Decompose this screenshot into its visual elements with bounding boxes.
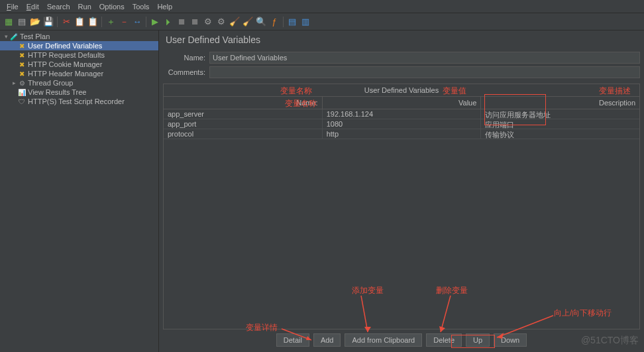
table-row[interactable]: protocol http 传输协议 xyxy=(164,129,639,139)
comments-label: Comments: xyxy=(163,68,209,76)
tree-label: HTTP Request Defaults xyxy=(28,51,105,59)
cut-icon[interactable]: ✂ xyxy=(60,16,72,28)
cell-name[interactable]: app_port xyxy=(164,119,323,129)
search-icon[interactable]: 🔍 xyxy=(255,16,267,28)
table-body: app_server 192.168.1.124 访问应用服务器地址 app_p… xyxy=(164,109,639,329)
button-bar: Detail Add Add from Clipboard Delete Up … xyxy=(163,329,640,348)
main-panel: User Defined Variables Name: Comments: U… xyxy=(159,30,644,352)
copy-icon[interactable]: 📋 xyxy=(74,16,85,28)
tree-label: Thread Group xyxy=(28,79,73,87)
wrench-icon: ✖ xyxy=(17,70,27,78)
add-from-clipboard-button[interactable]: Add from Clipboard xyxy=(345,333,422,347)
table-row[interactable]: app_port 1080 应用端口 xyxy=(164,119,639,129)
th-value[interactable]: Value xyxy=(323,97,482,109)
clear-all-icon[interactable]: 🧹 xyxy=(242,16,254,28)
cell-desc[interactable]: 传输协议 xyxy=(481,129,639,139)
tree-item-test-script-recorder[interactable]: 🛡 HTTP(S) Test Script Recorder xyxy=(0,97,158,106)
tree-item-http-request-defaults[interactable]: ✖ HTTP Request Defaults xyxy=(0,50,158,60)
separator xyxy=(57,17,58,27)
start-icon[interactable]: ▶ xyxy=(149,16,161,28)
tree-item-http-cookie-manager[interactable]: ✖ HTTP Cookie Manager xyxy=(0,60,158,69)
tree-label: View Results Tree xyxy=(28,88,86,96)
page-title: User Defined Variables xyxy=(163,34,640,45)
chevron-right-icon[interactable]: ▸ xyxy=(11,80,17,86)
menu-options[interactable]: Options xyxy=(95,1,129,12)
menubar: FFileile Edit Search Run Options Tools H… xyxy=(0,0,644,13)
comments-row: Comments: xyxy=(163,66,640,78)
minus-icon[interactable]: － xyxy=(118,16,130,28)
shutdown-icon[interactable]: ⏹ xyxy=(189,16,201,28)
gear-stop-icon[interactable]: ⚙ xyxy=(215,16,227,28)
separator xyxy=(146,17,146,27)
toolbar: ▦ ▤ 📂 💾 ✂ 📋 📋 ＋ － ↔ ▶ ⏵ ⏹ ⏹ ⚙ ⚙ 🧹 🧹 🔍 ƒ … xyxy=(0,13,644,30)
gear-icon: ⚙ xyxy=(17,79,27,87)
templates-icon[interactable]: ▤ xyxy=(16,16,28,28)
menu-search[interactable]: Search xyxy=(43,1,74,12)
cell-desc[interactable]: 应用端口 xyxy=(481,119,639,129)
tree-item-thread-group[interactable]: ▸ ⚙ Thread Group xyxy=(0,78,158,88)
delete-button[interactable]: Delete xyxy=(426,333,462,347)
separator xyxy=(283,17,284,27)
start-no-timers-icon[interactable]: ⏵ xyxy=(162,16,174,28)
chart-icon: 📊 xyxy=(17,88,27,96)
separator xyxy=(101,17,102,27)
tree-item-view-results-tree[interactable]: 📊 View Results Tree xyxy=(0,88,158,97)
save-icon[interactable]: 💾 xyxy=(42,16,54,28)
stop-icon[interactable]: ⏹ xyxy=(176,16,188,28)
down-button[interactable]: Down xyxy=(494,333,527,347)
clear-icon[interactable]: 🧹 xyxy=(229,16,241,28)
cell-name[interactable]: protocol xyxy=(164,129,323,139)
gear-icon[interactable]: ⚙ xyxy=(202,16,214,28)
detail-button[interactable]: Detail xyxy=(276,333,309,347)
content-area: ▾ 🧪 Test Plan ✖ User Defined Variables ✖… xyxy=(0,30,644,352)
table-caption: User Defined Variables xyxy=(164,84,639,97)
tree-label: HTTP(S) Test Script Recorder xyxy=(28,97,125,105)
comments-input[interactable] xyxy=(209,66,640,78)
up-button[interactable]: Up xyxy=(466,333,490,347)
wrench-icon: ✖ xyxy=(17,60,27,68)
cell-value[interactable]: http xyxy=(323,129,482,139)
variables-table: User Defined Variables Name: 变量名称 Value … xyxy=(163,84,640,329)
tree-label: Test Plan xyxy=(20,32,50,40)
wrench-icon: ✖ xyxy=(17,42,27,50)
open-icon[interactable]: 📂 xyxy=(29,16,41,28)
toggle-icon[interactable]: ↔ xyxy=(131,16,143,28)
menu-file[interactable]: FFileile xyxy=(3,1,23,12)
tree-root[interactable]: ▾ 🧪 Test Plan xyxy=(0,32,158,41)
cell-value[interactable]: 192.168.1.124 xyxy=(323,109,482,119)
cell-value[interactable]: 1080 xyxy=(323,119,482,129)
template-icon[interactable]: ▥ xyxy=(299,16,311,28)
tree-label: User Defined Variables xyxy=(28,42,102,50)
th-name[interactable]: Name: 变量名称 xyxy=(164,97,323,109)
cell-name[interactable]: app_server xyxy=(164,109,323,119)
add-button[interactable]: Add xyxy=(313,333,341,347)
plus-icon[interactable]: ＋ xyxy=(105,16,117,28)
paste-icon[interactable]: 📋 xyxy=(87,16,99,28)
help-icon[interactable]: ▤ xyxy=(286,16,298,28)
cell-desc[interactable]: 访问应用服务器地址 xyxy=(481,109,639,119)
name-input[interactable] xyxy=(209,52,640,64)
table-header: Name: 变量名称 Value Description xyxy=(164,97,639,109)
menu-help[interactable]: Help xyxy=(153,1,176,12)
wrench-icon: ✖ xyxy=(17,51,27,59)
function-icon[interactable]: ƒ xyxy=(268,16,280,28)
watermark: @51CTO博客 xyxy=(581,335,639,347)
tree-item-user-defined-variables[interactable]: ✖ User Defined Variables xyxy=(0,41,158,50)
flask-icon: 🧪 xyxy=(9,32,19,40)
menu-run[interactable]: Run xyxy=(74,1,95,12)
tree-label: HTTP Cookie Manager xyxy=(28,60,102,68)
chevron-down-icon[interactable]: ▾ xyxy=(3,33,9,40)
new-icon[interactable]: ▦ xyxy=(3,16,15,28)
th-description[interactable]: Description xyxy=(481,97,639,109)
shield-icon: 🛡 xyxy=(17,97,27,105)
table-row[interactable]: app_server 192.168.1.124 访问应用服务器地址 xyxy=(164,109,639,119)
menu-edit[interactable]: Edit xyxy=(23,1,43,12)
tree-item-http-header-manager[interactable]: ✖ HTTP Header Manager xyxy=(0,69,158,78)
tree-label: HTTP Header Manager xyxy=(28,70,103,78)
name-row: Name: xyxy=(163,52,640,64)
name-label: Name: xyxy=(163,54,209,62)
menu-tools[interactable]: Tools xyxy=(129,1,154,12)
tree-panel: ▾ 🧪 Test Plan ✖ User Defined Variables ✖… xyxy=(0,30,159,352)
